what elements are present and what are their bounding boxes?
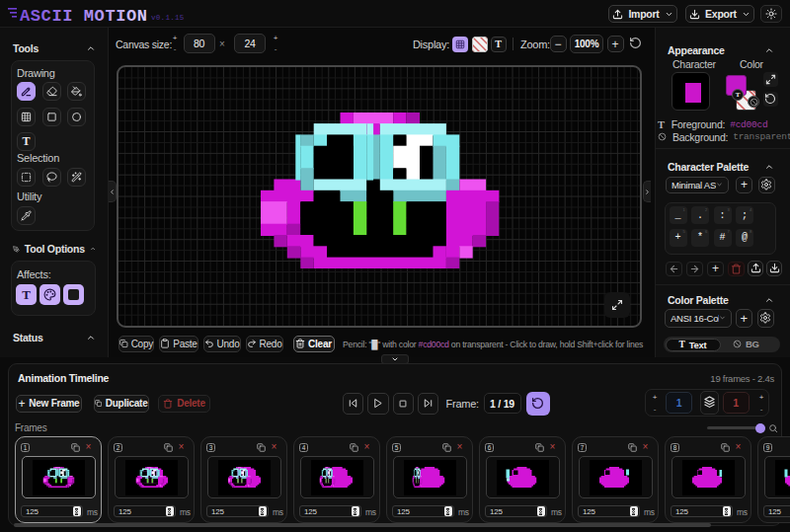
svg-text:ASCII MOTION: ASCII MOTION <box>20 7 148 26</box>
svg-text:v0.1.15: v0.1.15 <box>151 14 185 22</box>
